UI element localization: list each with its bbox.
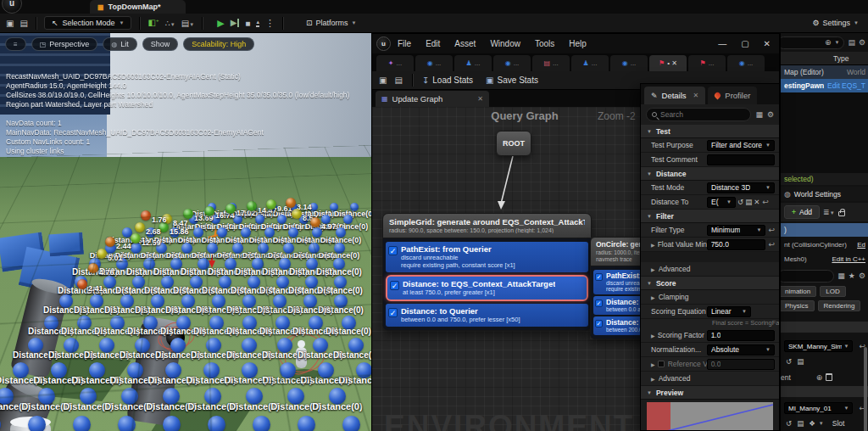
scalability-button[interactable]: Scalability: High bbox=[183, 37, 254, 51]
eqs-scored-sphere[interactable] bbox=[204, 206, 214, 216]
eqs-item-sphere[interactable] bbox=[28, 416, 46, 431]
minimize-button[interactable]: — bbox=[718, 39, 726, 48]
test-mode-select[interactable]: Distance 3D▼ bbox=[707, 182, 775, 193]
use-selected-icon[interactable]: ↺ bbox=[737, 198, 743, 206]
eject-button[interactable]: ▴ bbox=[256, 19, 259, 27]
test-enabled-checkbox[interactable]: ✓ bbox=[595, 273, 603, 281]
browse-icon[interactable]: ▤ bbox=[745, 198, 752, 206]
eqs-scored-sphere[interactable] bbox=[183, 209, 193, 219]
tab-details[interactable]: ✎ Details ✕ bbox=[644, 87, 705, 104]
component-row-mesh[interactable]: Mesh0) Edit in C++ bbox=[781, 253, 868, 266]
close-tab-icon[interactable]: ✕ bbox=[477, 95, 483, 103]
eqs-scored-sphere[interactable] bbox=[225, 204, 236, 214]
test-enabled-checkbox[interactable]: ✓ bbox=[595, 299, 603, 307]
plus-circle-icon[interactable]: ⊕ bbox=[825, 38, 832, 47]
eqs-scored-sphere[interactable] bbox=[292, 209, 302, 219]
plus-circle-icon[interactable]: ⊕ bbox=[816, 373, 823, 382]
mode-select[interactable]: ↖ Selection Mode ▼ bbox=[44, 16, 132, 30]
save-icon[interactable]: ▣ bbox=[6, 19, 14, 28]
level-tab[interactable]: ▦ TopDownMap* bbox=[90, 0, 186, 14]
gear-icon[interactable]: ⚙ bbox=[859, 271, 865, 280]
eqs-item-sphere[interactable] bbox=[118, 416, 136, 431]
eqs-scored-sphere[interactable] bbox=[141, 210, 151, 221]
scrollbar[interactable] bbox=[864, 347, 867, 431]
outliner-row-pawn[interactable]: estingPawn Edit EQS_T bbox=[781, 79, 868, 92]
section-distance[interactable]: ▼Distance bbox=[641, 167, 779, 181]
reset-icon[interactable]: ↩ bbox=[768, 240, 775, 249]
add-component-button[interactable]: + Add bbox=[784, 205, 820, 219]
simplegrid-node[interactable]: SimpleGrid: generate around EQS_Context_… bbox=[382, 213, 592, 331]
expand-icon[interactable]: ▶ bbox=[651, 333, 655, 339]
outliner-row-map[interactable]: Map (Editor) World bbox=[781, 65, 868, 79]
use-selected-icon[interactable]: ↺ bbox=[786, 419, 792, 428]
eqs-scored-sphere[interactable] bbox=[88, 263, 98, 273]
maximize-button[interactable]: ▢ bbox=[741, 39, 748, 48]
settings-menu[interactable]: ⚙ Settings ▼ bbox=[812, 19, 862, 27]
material-select[interactable]: MI_Manny_01 ▼ bbox=[784, 402, 853, 414]
menu-tools[interactable]: Tools bbox=[535, 39, 554, 48]
component-row-collision[interactable]: nt (CollisionCylinder) Ed bbox=[781, 238, 868, 251]
asset-tab-1[interactable]: ✦... bbox=[376, 55, 414, 71]
save-icon[interactable]: ▣ bbox=[379, 76, 387, 85]
distance-to-select[interactable]: E(▼ bbox=[707, 197, 736, 208]
eqs-item-sphere[interactable] bbox=[298, 416, 315, 431]
asset-tab-5[interactable]: ▤... bbox=[532, 55, 570, 71]
content-browser-icon[interactable]: ▤ bbox=[19, 19, 27, 28]
clear-icon[interactable]: ✕ bbox=[754, 198, 760, 206]
close-tab-icon[interactable]: ✕ bbox=[693, 92, 699, 99]
reset-icon[interactable]: ↩ bbox=[768, 226, 775, 234]
load-stats-button[interactable]: ↧Load Stats bbox=[422, 76, 473, 85]
section-test[interactable]: ▼Test bbox=[641, 125, 779, 138]
add-actor-icon[interactable]: ◧+ bbox=[147, 18, 159, 27]
eqs-item-sphere[interactable] bbox=[73, 416, 91, 431]
eqs-scored-sphere[interactable] bbox=[247, 201, 257, 211]
eqs-scored-sphere[interactable] bbox=[131, 233, 141, 243]
gear-icon[interactable]: ⚙ bbox=[859, 38, 865, 47]
chip-physics[interactable]: Physics bbox=[780, 300, 815, 311]
eqs-item-sphere[interactable] bbox=[208, 416, 225, 431]
skip-button[interactable]: ▶ bbox=[231, 19, 240, 27]
asset-tab-6[interactable]: ♟... bbox=[571, 55, 609, 71]
menu-edit[interactable]: Edit bbox=[426, 39, 440, 48]
section-preview[interactable]: ▼Preview bbox=[641, 386, 779, 400]
eqs-item-sphere[interactable] bbox=[163, 416, 181, 431]
test-enabled-checkbox[interactable]: ✓ bbox=[388, 246, 398, 255]
unreal-logo-icon[interactable]: u bbox=[2, 0, 22, 14]
reset-icon[interactable]: ↩ bbox=[762, 198, 769, 206]
world-settings-tab[interactable]: ◍ World Settings bbox=[781, 187, 868, 201]
lock-icon[interactable] bbox=[838, 211, 845, 216]
close-button[interactable]: ✕ bbox=[764, 39, 771, 48]
browse-icon[interactable]: ▤ bbox=[797, 419, 804, 428]
float-value-min-input[interactable]: 750.0 bbox=[707, 239, 766, 250]
browse-icon[interactable]: ▤ bbox=[394, 76, 402, 85]
cinematics-icon[interactable]: ▤▼ bbox=[181, 19, 194, 28]
menu-window[interactable]: Window bbox=[490, 39, 520, 48]
scoring-factor-input[interactable]: 1.0 bbox=[707, 330, 775, 341]
asset-tab-9[interactable]: ⚑... bbox=[688, 55, 726, 71]
expand-icon[interactable]: ▶ bbox=[651, 242, 655, 248]
trash-icon[interactable] bbox=[826, 373, 832, 381]
show-button[interactable]: Show bbox=[142, 37, 179, 51]
eqs-scored-sphere[interactable] bbox=[266, 199, 276, 210]
asset-tab-4[interactable]: ◉... bbox=[493, 55, 531, 71]
eqs-scored-sphere[interactable] bbox=[105, 237, 115, 247]
row-advanced-2[interactable]: ▶ Advanced bbox=[641, 372, 779, 386]
eqs-scored-sphere[interactable] bbox=[97, 249, 107, 259]
blueprint-combo-icon[interactable]: ≣▼ bbox=[823, 208, 835, 216]
browse-icon[interactable]: ▤ bbox=[797, 357, 804, 366]
eqs-test-3[interactable]: ✓Distance: to Querierbetween 0.0 and 750… bbox=[386, 304, 588, 327]
simplegrid-node-header[interactable]: SimpleGrid: generate around EQS_Context_… bbox=[382, 213, 592, 238]
asset-tab-3[interactable]: ♟... bbox=[454, 55, 492, 71]
close-tab-icon[interactable]: • ✕ bbox=[667, 59, 677, 67]
asset-tab-10[interactable]: ◉... bbox=[727, 55, 765, 71]
eqs-test-1[interactable]: ✓PathExist: from Querierdiscard unreacha… bbox=[386, 242, 588, 272]
reference-checkbox[interactable] bbox=[658, 361, 665, 367]
menu-help[interactable]: Help bbox=[569, 39, 587, 48]
save-stats-button[interactable]: ▣Save Stats bbox=[486, 76, 538, 85]
expand-icon[interactable]: ▶ bbox=[651, 361, 655, 367]
play-button[interactable]: ▶ bbox=[217, 18, 224, 29]
filter-type-select[interactable]: Minimum▼ bbox=[707, 225, 765, 236]
chip-lod[interactable]: LOD bbox=[820, 286, 845, 297]
display-filter-icon[interactable]: ▦ bbox=[837, 271, 845, 280]
component-row-selected[interactable]: ) bbox=[781, 223, 868, 237]
